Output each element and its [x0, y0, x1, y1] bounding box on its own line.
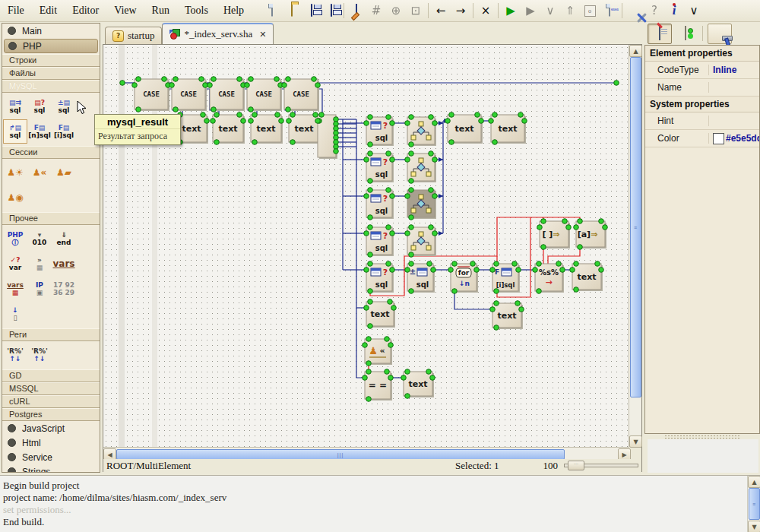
connection-pin[interactable] — [368, 142, 373, 147]
session-close-icon[interactable]: ♟◉ — [3, 185, 27, 210]
connection-pin[interactable] — [286, 107, 291, 112]
connection-pin[interactable] — [518, 112, 524, 118]
text-block[interactable]: text — [176, 115, 208, 144]
connection-pin[interactable] — [405, 121, 410, 126]
scroll-up-icon[interactable]: ▲ — [629, 45, 642, 57]
new-file-button[interactable] — [262, 2, 282, 20]
text-block[interactable]: text — [251, 115, 283, 144]
connection-pin[interactable] — [519, 307, 524, 312]
connection-pin[interactable] — [429, 225, 434, 230]
events-button[interactable] — [673, 24, 698, 44]
connection-pin[interactable] — [494, 289, 499, 294]
open-file-button[interactable] — [282, 2, 302, 20]
menu-item-edit[interactable]: Edit — [32, 2, 65, 19]
end-icon[interactable]: ⇓end — [52, 226, 76, 251]
connection-pin[interactable] — [405, 394, 410, 399]
connection-pin[interactable] — [237, 112, 242, 118]
connection-pin[interactable] — [366, 337, 372, 342]
connection-pin[interactable] — [201, 112, 206, 118]
connection-pin[interactable] — [364, 194, 369, 199]
connection-pin[interactable] — [522, 119, 527, 124]
connection-pin[interactable] — [315, 119, 321, 124]
connection-pin[interactable] — [409, 215, 414, 220]
connection-pin[interactable] — [409, 115, 414, 120]
connection-pin[interactable] — [249, 107, 254, 112]
connection-pin[interactable] — [290, 112, 296, 118]
connection-pin[interactable] — [282, 83, 287, 88]
property-row-name[interactable]: Name — [645, 79, 759, 97]
connection-pin[interactable] — [388, 343, 394, 348]
session-get-icon[interactable]: ♟« — [27, 160, 52, 185]
connection-pin[interactable] — [562, 219, 568, 224]
connection-pin[interactable] — [578, 245, 583, 250]
sidebar-item-html[interactable]: Html — [2, 435, 100, 450]
connection-pin[interactable] — [368, 151, 373, 157]
vars-icon[interactable]: vars — [52, 252, 76, 276]
about-info-button[interactable]: i — [664, 2, 684, 20]
connection-pin[interactable] — [533, 268, 538, 273]
connection-pin[interactable] — [574, 225, 579, 230]
connection-pin[interactable] — [385, 369, 390, 375]
property-value[interactable]: #e5e5dddd — [709, 133, 759, 144]
case-block[interactable]: CASE — [210, 79, 245, 111]
connection-pin[interactable] — [315, 83, 321, 88]
connection-pin[interactable] — [368, 324, 373, 329]
connection-pin[interactable] — [516, 268, 521, 273]
connection-pin[interactable] — [391, 306, 397, 311]
connection-pin[interactable] — [390, 231, 395, 236]
connection-pin[interactable] — [274, 77, 280, 82]
property-row-color[interactable]: Color#e5e5dddd — [645, 130, 759, 147]
connection-pin[interactable] — [366, 369, 372, 375]
connection-pin[interactable] — [390, 121, 395, 126]
connection-pin[interactable] — [363, 343, 368, 348]
ip-icon[interactable]: IP▣ — [27, 277, 52, 301]
connection-pin[interactable] — [252, 140, 258, 145]
case-block[interactable]: CASE — [135, 79, 169, 111]
connection-pin[interactable] — [603, 225, 608, 230]
connection-pin[interactable] — [574, 287, 579, 293]
connection-pin[interactable] — [199, 77, 204, 82]
save-file-button[interactable] — [302, 2, 321, 20]
connection-pin[interactable] — [494, 261, 499, 267]
connection-pin[interactable] — [390, 157, 395, 163]
connection-pin[interactable] — [409, 179, 414, 184]
connection-pin[interactable] — [578, 219, 583, 224]
connection-pin[interactable] — [429, 188, 434, 193]
connection-pin[interactable] — [368, 225, 373, 230]
connection-pin[interactable] — [560, 268, 565, 273]
scroll-down-icon[interactable]: ▼ — [748, 521, 760, 532]
log-scroll-thumb[interactable]: ≡ — [749, 488, 760, 520]
connection-pin[interactable] — [388, 375, 394, 381]
connection-pin[interactable] — [512, 261, 518, 267]
palette-category-mysql[interactable]: MySQL — [2, 80, 100, 93]
history-back-button[interactable]: ← — [431, 2, 451, 20]
connection-pin[interactable] — [368, 289, 373, 294]
connection-pin[interactable] — [211, 77, 217, 82]
connection-pin[interactable] — [286, 77, 291, 82]
connection-pin[interactable] — [312, 77, 317, 82]
connection-pin[interactable] — [474, 268, 480, 273]
horizontal-scroll-thumb[interactable]: ||| — [116, 449, 565, 460]
connection-pin[interactable] — [445, 119, 451, 124]
menu-item-tools[interactable]: Tools — [177, 2, 216, 19]
session-start-icon[interactable]: ♟☀ — [3, 160, 27, 185]
palette-category-сессии[interactable]: Сессии — [2, 146, 100, 159]
vertical-scroll-thumb[interactable]: ≡ — [630, 57, 641, 397]
connection-pin[interactable] — [490, 307, 496, 312]
connection-pin[interactable] — [432, 121, 438, 126]
connection-pin[interactable] — [211, 107, 217, 112]
connection-pin[interactable] — [432, 194, 438, 199]
connection-pin[interactable] — [599, 268, 604, 273]
connection-pin[interactable] — [368, 215, 373, 220]
case-block[interactable]: CASE — [172, 79, 207, 111]
save-file-as-button[interactable] — [321, 2, 341, 20]
to-binary-icon[interactable]: ▾010 — [27, 226, 52, 251]
generated-code-button[interactable]: 0101 — [600, 2, 619, 20]
connection-pin[interactable] — [430, 375, 435, 381]
connection-pin[interactable] — [136, 107, 141, 112]
menu-item-run[interactable]: Run — [144, 2, 177, 19]
connection-pin[interactable] — [211, 119, 216, 124]
gc-trash-icon[interactable]: ↓▯ — [3, 302, 27, 326]
property-value[interactable]: Inline — [709, 65, 759, 75]
run-project-button[interactable]: ▶ — [501, 2, 521, 20]
